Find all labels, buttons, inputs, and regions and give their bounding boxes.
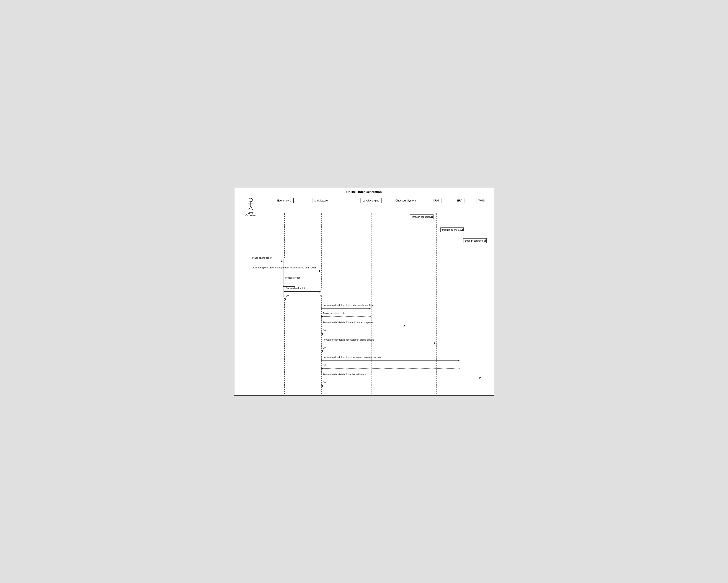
arrow-label: OK <box>323 329 327 332</box>
lifeline-ecommerce <box>284 214 285 394</box>
arrow-label: Place online order <box>253 256 272 259</box>
arrow <box>251 270 321 272</box>
arrow-label: Forward order details for invoicing and … <box>323 356 382 358</box>
arrow <box>321 307 371 310</box>
self-arrow-label: Process order <box>285 276 300 279</box>
diagram-title: Online Order Generation <box>234 188 494 195</box>
arrow <box>284 290 321 293</box>
arrow-label: Forward order details for omnichannel pu… <box>323 321 374 324</box>
arrow-label: OK <box>323 346 327 349</box>
arrow <box>321 367 460 370</box>
lifeline-erp <box>460 214 460 394</box>
svg-line-4 <box>251 206 253 210</box>
actor-checkout: Checkout System <box>393 198 418 203</box>
arrow <box>321 315 371 318</box>
arrow <box>284 298 321 301</box>
arrow-label: Forward order data <box>286 287 306 289</box>
actor-erp: ERP <box>455 198 465 203</box>
actor-ecommerce: Ecommerce <box>275 198 293 203</box>
arrow-label: OK <box>286 295 289 297</box>
lifeline-customer <box>251 214 251 394</box>
arrow-label: Forward order details for loyalty events… <box>323 304 374 306</box>
svg-line-3 <box>249 206 251 210</box>
arrow-label: Forward order details for order fulfillm… <box>323 373 366 376</box>
diagram-container: Online Order Generation Loyal CustomerEc… <box>234 188 494 396</box>
arrow <box>321 342 436 344</box>
actor-crm: CRM <box>431 198 441 203</box>
diagram-body: Loyal CustomerEcommerceMiddlewareLoyalty… <box>234 195 494 394</box>
arrow <box>321 333 405 335</box>
note-box-2: through connector <box>463 238 487 243</box>
arrow-label: Forward order details for customer profi… <box>323 338 374 341</box>
arrow <box>321 350 436 353</box>
arrow-label: Assign loyalty events <box>323 312 345 314</box>
arrow-label: OK <box>323 364 327 366</box>
arrow <box>321 359 460 362</box>
arrow <box>321 325 405 327</box>
arrow-label: OK <box>323 381 327 384</box>
arrow <box>321 377 481 379</box>
actor-label-customer: Loyal Customer <box>244 212 257 217</box>
actor-wms: WMS <box>476 198 487 203</box>
actor-middleware: Middleware <box>312 198 330 203</box>
arrow <box>321 385 481 387</box>
arrow <box>251 260 283 262</box>
actor-customer: Loyal Customer <box>244 198 257 217</box>
note-box-0: through connector <box>410 215 434 219</box>
actor-loyalty: Loyalty engine <box>360 198 382 203</box>
svg-point-0 <box>249 198 253 202</box>
note-box-1: through connector <box>440 227 464 232</box>
arrow-label: Activate typical order management functi… <box>253 266 316 269</box>
